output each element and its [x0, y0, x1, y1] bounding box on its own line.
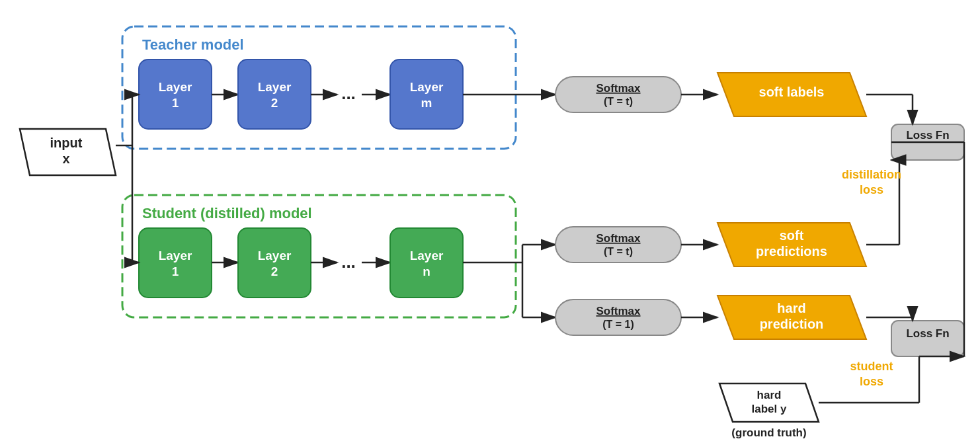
teacher-layer1 [139, 60, 212, 129]
svg-text:Layer: Layer [258, 80, 292, 94]
svg-text:m: m [421, 96, 432, 110]
student-layer2 [238, 228, 311, 298]
svg-text:Loss Fn: Loss Fn [906, 129, 949, 141]
teacher-model-label: Teacher model [142, 36, 244, 53]
distillation-loss-label: distillation [842, 168, 901, 181]
student-layer1 [139, 228, 212, 298]
svg-text:x: x [62, 151, 69, 166]
svg-text:Layer: Layer [410, 80, 444, 94]
svg-text:2: 2 [271, 264, 278, 278]
student-dots: ... [341, 252, 356, 272]
svg-text:predictions: predictions [756, 244, 827, 259]
svg-text:prediction: prediction [760, 317, 824, 331]
svg-text:Loss Fn: Loss Fn [906, 327, 949, 340]
student-layer-n [390, 228, 463, 298]
svg-text:n: n [423, 264, 430, 278]
svg-text:hard: hard [757, 389, 782, 401]
svg-text:Softmax: Softmax [596, 232, 641, 245]
svg-text:soft: soft [780, 228, 804, 243]
teacher-layer-m [390, 60, 463, 129]
diagram-canvas: input x Teacher model Layer 1 Layer 2 ..… [0, 0, 980, 443]
svg-text:label y: label y [752, 403, 787, 415]
svg-text:Layer: Layer [159, 80, 192, 94]
svg-text:input: input [50, 136, 83, 150]
student-loss-label: student [850, 360, 893, 373]
svg-text:(T = 1): (T = 1) [602, 319, 634, 330]
teacher-dots: ... [341, 83, 356, 103]
svg-text:(T = t): (T = t) [604, 246, 633, 257]
svg-text:(T = t): (T = t) [604, 96, 633, 107]
distillation-loss-label2: loss [860, 183, 883, 196]
svg-text:2: 2 [271, 96, 278, 110]
student-loss-label2: loss [860, 375, 883, 388]
svg-text:Softmax: Softmax [596, 82, 641, 95]
svg-text:soft labels: soft labels [759, 85, 825, 99]
svg-text:1: 1 [172, 264, 179, 278]
teacher-layer2 [238, 60, 311, 129]
input-box: input x [20, 129, 116, 175]
svg-text:Softmax: Softmax [596, 305, 641, 317]
svg-text:1: 1 [172, 96, 179, 110]
student-model-label: Student (distilled) model [142, 205, 312, 222]
svg-text:Layer: Layer [159, 249, 192, 262]
svg-text:Layer: Layer [258, 249, 292, 262]
svg-text:hard: hard [777, 301, 805, 315]
ground-truth-label: (ground truth) [731, 426, 806, 439]
svg-text:Layer: Layer [410, 249, 444, 262]
